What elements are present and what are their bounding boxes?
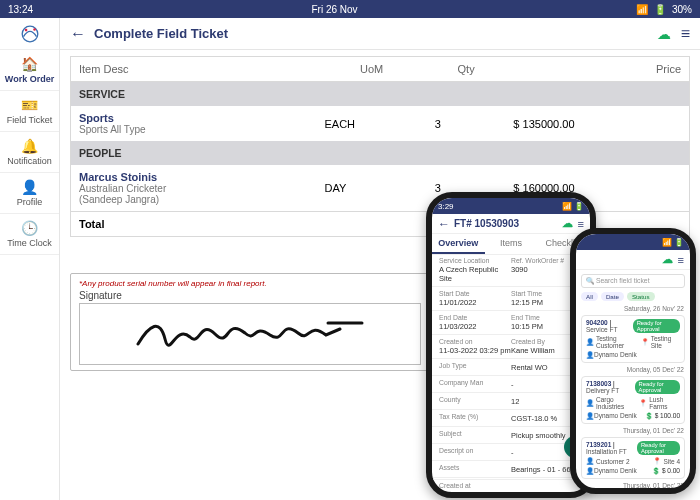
item-title[interactable]: Marcus Stoinis	[79, 171, 308, 183]
bell-icon: 🔔	[21, 138, 38, 154]
phone1-tabs: Overview Items Checklist	[432, 234, 590, 255]
home-icon: 🏠	[21, 56, 38, 72]
detail-row: County12	[432, 394, 590, 408]
page-title: Complete Field Ticket	[94, 26, 657, 41]
detail-row: Job TypeRental WO	[432, 360, 590, 374]
tab-overview[interactable]: Overview	[432, 234, 485, 254]
item-uom: EACH	[316, 106, 426, 141]
menu-icon[interactable]: ≡	[678, 254, 684, 266]
item-price: $ 135000.00	[505, 106, 689, 141]
day-header: Saturday, 26 Nov' 22	[576, 304, 690, 313]
detail-row: Company Man-	[432, 377, 590, 391]
nav-notification[interactable]: 🔔 Notification	[0, 132, 59, 173]
cloud-sync-icon[interactable]: ☁	[662, 253, 673, 266]
battery-pct: 30%	[672, 4, 692, 15]
phone2-header: ☁ ≡	[576, 250, 690, 270]
item-sub: Sports All Type	[79, 124, 308, 135]
cloud-sync-icon[interactable]: ☁	[562, 217, 573, 230]
line-items-table: Item Desc UoM Qty Price SERVICE Sports S…	[70, 56, 690, 237]
item-uom: DAY	[316, 165, 426, 212]
status-bar: 13:24 Fri 26 Nov 📶 🔋 30%	[0, 0, 700, 18]
status-time: 13:24	[8, 4, 33, 15]
detail-row: End Date11/03/2022End Time10:15 PM	[432, 312, 590, 333]
signature-pad[interactable]	[79, 303, 421, 365]
wifi-icon: 📶	[636, 4, 648, 15]
chip-all[interactable]: All	[581, 292, 598, 301]
location-row[interactable]: 📍 30.6810, 76.854	[432, 490, 590, 498]
battery-icon: 🔋	[654, 4, 666, 15]
wifi-icon: 📶 🔋	[562, 202, 584, 211]
user-icon: 👤	[21, 179, 38, 195]
chip-status[interactable]: Status	[627, 292, 655, 301]
table-row: Sports Sports All Type EACH 3 $ 135000.0…	[71, 106, 690, 141]
tab-items[interactable]: Items	[485, 234, 538, 254]
menu-icon[interactable]: ≡	[681, 25, 690, 43]
menu-icon[interactable]: ≡	[578, 218, 584, 230]
page-header: ← Complete Field Ticket ☁ ≡	[60, 18, 700, 50]
signature-label: Signature	[79, 290, 421, 301]
chip-date[interactable]: Date	[601, 292, 624, 301]
clock-icon: 🕒	[21, 220, 38, 236]
svg-point-2	[33, 28, 36, 31]
ticket-card[interactable]: 7134466 | Delivery FTReady for Approval👤…	[581, 492, 685, 494]
ticket-card[interactable]: 7138003 | Delivery FTReady for Approval👤…	[581, 376, 685, 424]
nav-time-clock[interactable]: 🕒 Time Clock	[0, 214, 59, 255]
nav-work-order[interactable]: 🏠 Work Order	[0, 50, 59, 91]
search-input[interactable]: 🔍 Search field ticket	[581, 274, 685, 288]
detail-row: Start Date11/01/2022Start Time12:15 PM	[432, 288, 590, 309]
day-header: Thursday, 01 Dec' 22	[576, 481, 690, 490]
item-sub2: (Sandeep Jangra)	[79, 194, 308, 205]
day-header: Thursday, 01 Dec' 22	[576, 426, 690, 435]
phone2-status: 📶 🔋	[576, 234, 690, 250]
cloud-sync-icon[interactable]: ☁	[657, 26, 671, 42]
detail-row: AssetsBearings - 01 - 6666	[432, 462, 590, 476]
item-title[interactable]: Sports	[79, 112, 308, 124]
phone2-body[interactable]: Saturday, 26 Nov' 22904200 | Service FTR…	[576, 304, 690, 494]
phone1-title: FT# 10530903	[454, 218, 519, 229]
filter-chips: All Date Status	[576, 292, 690, 304]
detail-row: Created on11-03-2022 03:29 pmCreated ByK…	[432, 336, 590, 357]
section-service: SERVICE	[71, 82, 690, 107]
ticket-card[interactable]: 7139201 | Installation FTReady for Appro…	[581, 437, 685, 479]
col-price: Price	[505, 57, 689, 82]
signature-panel: *Any product serial number will appear i…	[70, 273, 430, 371]
phone1-status: 3:29 📶 🔋	[432, 198, 590, 214]
phone1-header: ← FT# 10530903 ☁ ≡	[432, 214, 590, 234]
side-nav: 🏠 Work Order 🎫 Field Ticket 🔔 Notificati…	[0, 18, 60, 500]
back-icon[interactable]: ←	[438, 217, 450, 231]
ticket-icon: 🎫	[21, 97, 38, 113]
col-item-desc: Item Desc	[71, 57, 317, 82]
section-people: PEOPLE	[71, 141, 690, 165]
nav-field-ticket[interactable]: 🎫 Field Ticket	[0, 91, 59, 132]
item-sub: Australian Cricketer	[79, 183, 308, 194]
detail-row: Service LocationA Czech Republic SiteRef…	[432, 255, 590, 285]
phone-list: 📶 🔋 ☁ ≡ 🔍 Search field ticket All Date S…	[570, 228, 696, 494]
col-qty: Qty	[427, 57, 506, 82]
ticket-card[interactable]: 904200 | Service FTReady for Approval👤Te…	[581, 315, 685, 363]
status-date: Fri 26 Nov	[311, 4, 357, 15]
svg-point-1	[24, 28, 27, 31]
app-logo	[0, 18, 59, 50]
detail-row: Tax Rate (%)CGST-18.0 %	[432, 411, 590, 425]
signature-note: *Any product serial number will appear i…	[79, 279, 421, 288]
day-header: Monday, 05 Dec' 22	[576, 365, 690, 374]
nav-profile[interactable]: 👤 Profile	[0, 173, 59, 214]
col-uom: UoM	[316, 57, 426, 82]
table-row: Marcus Stoinis Australian Cricketer (San…	[71, 165, 690, 212]
created-at-label: Created at	[432, 481, 590, 490]
back-button[interactable]: ←	[70, 25, 86, 43]
item-qty: 3	[427, 106, 506, 141]
